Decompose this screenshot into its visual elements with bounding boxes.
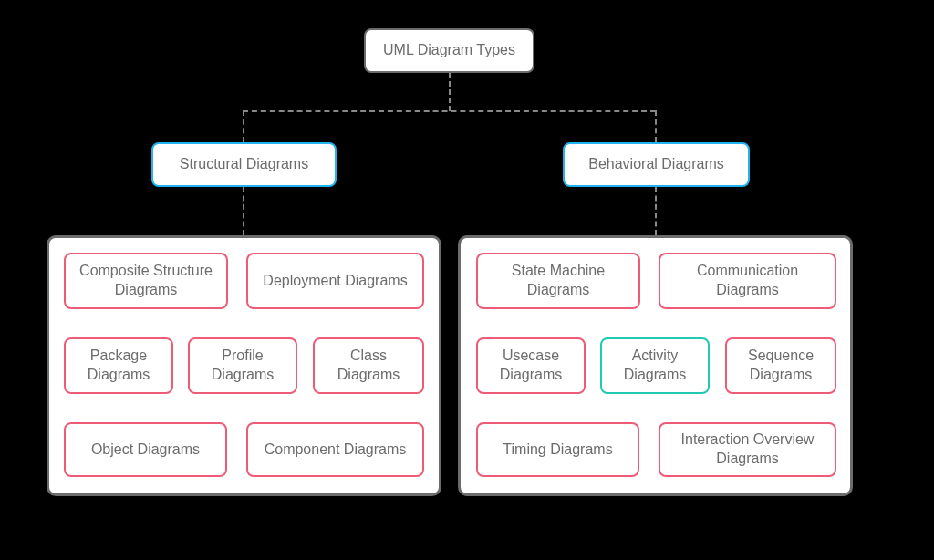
sequence-diagrams-node: Sequence Diagrams <box>725 337 836 394</box>
activity-diagrams-node: Activity Diagrams <box>600 337 710 394</box>
profile-label: Profile Diagrams <box>201 347 285 385</box>
connector-horizontal <box>243 110 656 112</box>
connector-structural-down <box>243 187 244 235</box>
profile-diagrams-node: Profile Diagrams <box>188 337 297 394</box>
connector-root-down <box>449 73 451 111</box>
activity-label: Activity Diagrams <box>613 347 697 385</box>
connector-left-down <box>243 110 244 142</box>
statemachine-label: State Machine Diagrams <box>489 262 628 300</box>
structural-label: Structural Diagrams <box>180 155 308 174</box>
class-diagrams-node: Class Diagrams <box>313 337 424 394</box>
deployment-label: Deployment Diagrams <box>263 272 407 291</box>
object-diagrams-node: Object Diagrams <box>64 422 227 477</box>
timing-diagrams-node: Timing Diagrams <box>476 422 639 477</box>
class-label: Class Diagrams <box>326 347 411 385</box>
root-label: UML Diagram Types <box>383 41 515 60</box>
root-node: UML Diagram Types <box>364 28 534 73</box>
usecase-label: Usecase Diagrams <box>489 347 573 385</box>
package-diagrams-node: Package Diagrams <box>64 337 173 394</box>
behavioral-category-node: Behavioral Diagrams <box>563 142 750 187</box>
communication-diagrams-node: Communication Diagrams <box>659 253 836 309</box>
object-label: Object Diagrams <box>91 441 200 460</box>
timing-label: Timing Diagrams <box>503 441 612 460</box>
communication-label: Communication Diagrams <box>671 262 824 300</box>
interaction-overview-diagrams-node: Interaction Overview Diagrams <box>659 422 836 477</box>
behavioral-label: Behavioral Diagrams <box>588 155 724 174</box>
interactionoverview-label: Interaction Overview Diagrams <box>671 430 824 469</box>
connector-behavioral-down <box>655 187 657 235</box>
composite-structure-diagrams-node: Composite Structure Diagrams <box>64 253 228 309</box>
state-machine-diagrams-node: State Machine Diagrams <box>476 253 640 309</box>
connector-right-down <box>655 110 657 142</box>
deployment-diagrams-node: Deployment Diagrams <box>246 253 424 309</box>
structural-category-node: Structural Diagrams <box>151 142 337 187</box>
sequence-label: Sequence Diagrams <box>738 347 824 385</box>
composite-label: Composite Structure Diagrams <box>77 262 215 300</box>
component-diagrams-node: Component Diagrams <box>246 422 424 477</box>
package-label: Package Diagrams <box>77 347 161 385</box>
usecase-diagrams-node: Usecase Diagrams <box>476 337 586 394</box>
component-label: Component Diagrams <box>265 441 407 460</box>
